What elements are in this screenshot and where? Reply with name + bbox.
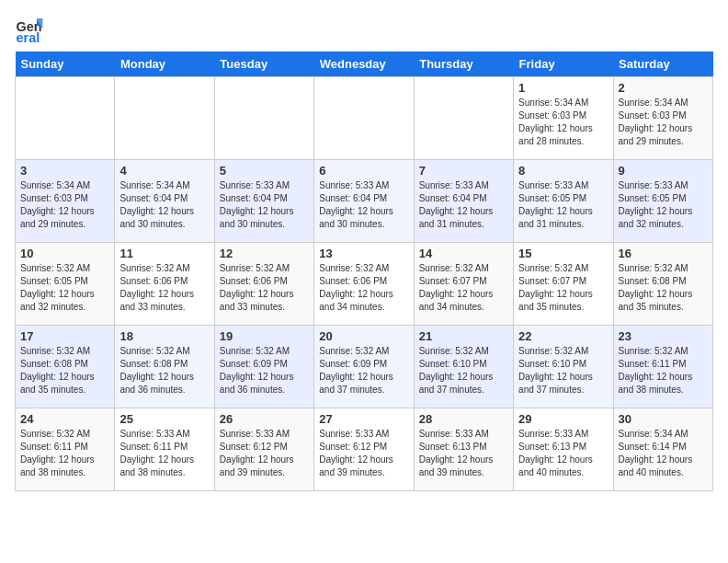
day-info: Sunrise: 5:32 AM Sunset: 6:05 PM Dayligh… [20,262,109,314]
logo: Gen eral [15,15,48,44]
day-info: Sunrise: 5:33 AM Sunset: 6:05 PM Dayligh… [619,179,708,231]
calendar-cell: 29Sunrise: 5:33 AM Sunset: 6:13 PM Dayli… [514,408,613,491]
day-info: Sunrise: 5:32 AM Sunset: 6:08 PM Dayligh… [20,345,109,396]
weekday-header-tuesday: Tuesday [214,52,313,77]
day-info: Sunrise: 5:32 AM Sunset: 6:10 PM Dayligh… [419,345,508,396]
calendar-cell: 15Sunrise: 5:32 AM Sunset: 6:07 PM Dayli… [514,243,613,326]
day-number: 11 [119,247,209,260]
calendar-cell: 27Sunrise: 5:33 AM Sunset: 6:12 PM Dayli… [314,408,414,491]
day-number: 8 [518,164,608,178]
calendar-cell: 22Sunrise: 5:32 AM Sunset: 6:10 PM Dayli… [514,326,613,408]
calendar-cell: 25Sunrise: 5:33 AM Sunset: 6:11 PM Dayli… [115,408,214,491]
day-number: 6 [319,164,408,178]
day-info: Sunrise: 5:32 AM Sunset: 6:09 PM Dayligh… [319,345,408,396]
calendar-week-row: 10Sunrise: 5:32 AM Sunset: 6:05 PM Dayli… [16,243,713,326]
day-info: Sunrise: 5:32 AM Sunset: 6:06 PM Dayligh… [119,262,209,314]
svg-text:eral: eral [17,30,40,44]
calendar-cell [115,77,214,160]
day-info: Sunrise: 5:33 AM Sunset: 6:13 PM Dayligh… [419,428,508,479]
calendar-cell: 30Sunrise: 5:34 AM Sunset: 6:14 PM Dayli… [613,408,712,491]
calendar-cell: 11Sunrise: 5:32 AM Sunset: 6:06 PM Dayli… [115,243,214,326]
day-number: 24 [20,412,109,426]
day-number: 5 [220,164,309,178]
calendar-cell: 9Sunrise: 5:33 AM Sunset: 6:05 PM Daylig… [613,160,712,243]
calendar-cell: 16Sunrise: 5:32 AM Sunset: 6:08 PM Dayli… [613,243,712,326]
day-number: 13 [319,247,408,260]
day-number: 22 [518,329,608,343]
calendar-cell: 10Sunrise: 5:32 AM Sunset: 6:05 PM Dayli… [16,243,115,326]
weekday-header-sunday: Sunday [16,52,115,77]
day-info: Sunrise: 5:34 AM Sunset: 6:03 PM Dayligh… [518,97,608,148]
calendar-cell: 19Sunrise: 5:32 AM Sunset: 6:09 PM Dayli… [214,326,313,408]
day-number: 4 [119,164,209,178]
calendar-cell: 23Sunrise: 5:32 AM Sunset: 6:11 PM Dayli… [613,326,712,408]
calendar-cell: 18Sunrise: 5:32 AM Sunset: 6:08 PM Dayli… [115,326,214,408]
calendar-week-row: 1Sunrise: 5:34 AM Sunset: 6:03 PM Daylig… [16,77,713,160]
day-info: Sunrise: 5:33 AM Sunset: 6:11 PM Dayligh… [119,428,209,479]
day-number: 16 [619,247,708,260]
day-info: Sunrise: 5:32 AM Sunset: 6:11 PM Dayligh… [619,345,708,396]
calendar-cell [16,77,115,160]
day-info: Sunrise: 5:34 AM Sunset: 6:03 PM Dayligh… [20,179,109,231]
day-info: Sunrise: 5:32 AM Sunset: 6:07 PM Dayligh… [419,262,508,314]
calendar-cell: 8Sunrise: 5:33 AM Sunset: 6:05 PM Daylig… [514,160,613,243]
day-number: 2 [619,81,708,95]
day-info: Sunrise: 5:32 AM Sunset: 6:07 PM Dayligh… [518,262,608,314]
calendar-cell: 28Sunrise: 5:33 AM Sunset: 6:13 PM Dayli… [414,408,513,491]
calendar-cell: 13Sunrise: 5:32 AM Sunset: 6:06 PM Dayli… [314,243,414,326]
weekday-header-wednesday: Wednesday [314,52,414,77]
calendar-cell: 4Sunrise: 5:34 AM Sunset: 6:04 PM Daylig… [115,160,214,243]
day-number: 26 [220,412,309,426]
calendar-cell: 6Sunrise: 5:33 AM Sunset: 6:04 PM Daylig… [314,160,414,243]
day-number: 3 [20,164,109,178]
calendar-week-row: 3Sunrise: 5:34 AM Sunset: 6:03 PM Daylig… [16,160,713,243]
day-info: Sunrise: 5:33 AM Sunset: 6:04 PM Dayligh… [319,179,408,231]
day-info: Sunrise: 5:32 AM Sunset: 6:08 PM Dayligh… [619,262,708,314]
day-info: Sunrise: 5:33 AM Sunset: 6:04 PM Dayligh… [419,179,508,231]
calendar-cell [314,77,414,160]
weekday-header-row: SundayMondayTuesdayWednesdayThursdayFrid… [16,52,713,77]
calendar-cell: 17Sunrise: 5:32 AM Sunset: 6:08 PM Dayli… [16,326,115,408]
day-info: Sunrise: 5:32 AM Sunset: 6:09 PM Dayligh… [220,345,309,396]
day-number: 15 [518,247,608,260]
day-number: 23 [619,329,708,343]
calendar-cell [414,77,513,160]
day-info: Sunrise: 5:32 AM Sunset: 6:06 PM Dayligh… [220,262,309,314]
header: Gen eral [15,15,713,44]
day-number: 12 [220,247,309,260]
calendar-cell: 26Sunrise: 5:33 AM Sunset: 6:12 PM Dayli… [214,408,313,491]
day-info: Sunrise: 5:33 AM Sunset: 6:13 PM Dayligh… [518,428,608,479]
day-info: Sunrise: 5:34 AM Sunset: 6:14 PM Dayligh… [619,428,708,479]
day-number: 27 [319,412,408,426]
calendar-cell: 20Sunrise: 5:32 AM Sunset: 6:09 PM Dayli… [314,326,414,408]
weekday-header-monday: Monday [115,52,214,77]
calendar-cell: 2Sunrise: 5:34 AM Sunset: 6:03 PM Daylig… [613,77,712,160]
calendar-cell: 3Sunrise: 5:34 AM Sunset: 6:03 PM Daylig… [16,160,115,243]
day-info: Sunrise: 5:33 AM Sunset: 6:12 PM Dayligh… [319,428,408,479]
calendar-cell: 21Sunrise: 5:32 AM Sunset: 6:10 PM Dayli… [414,326,513,408]
day-number: 25 [119,412,209,426]
day-number: 10 [20,247,109,260]
day-number: 1 [518,81,608,95]
weekday-header-friday: Friday [514,52,613,77]
day-info: Sunrise: 5:32 AM Sunset: 6:10 PM Dayligh… [518,345,608,396]
day-number: 18 [119,329,209,343]
day-number: 7 [419,164,508,178]
day-number: 28 [419,412,508,426]
day-number: 14 [419,247,508,260]
calendar-cell: 14Sunrise: 5:32 AM Sunset: 6:07 PM Dayli… [414,243,513,326]
calendar-table: SundayMondayTuesdayWednesdayThursdayFrid… [15,52,713,491]
day-number: 30 [619,412,708,426]
day-info: Sunrise: 5:33 AM Sunset: 6:12 PM Dayligh… [220,428,309,479]
calendar-cell [214,77,313,160]
calendar-cell: 5Sunrise: 5:33 AM Sunset: 6:04 PM Daylig… [214,160,313,243]
day-number: 20 [319,329,408,343]
day-info: Sunrise: 5:34 AM Sunset: 6:04 PM Dayligh… [119,179,209,231]
calendar-cell: 1Sunrise: 5:34 AM Sunset: 6:03 PM Daylig… [514,77,613,160]
day-info: Sunrise: 5:32 AM Sunset: 6:11 PM Dayligh… [20,428,109,479]
calendar-cell: 24Sunrise: 5:32 AM Sunset: 6:11 PM Dayli… [16,408,115,491]
calendar-cell: 7Sunrise: 5:33 AM Sunset: 6:04 PM Daylig… [414,160,513,243]
day-info: Sunrise: 5:34 AM Sunset: 6:03 PM Dayligh… [619,97,708,148]
calendar-cell: 12Sunrise: 5:32 AM Sunset: 6:06 PM Dayli… [214,243,313,326]
day-number: 9 [619,164,708,178]
